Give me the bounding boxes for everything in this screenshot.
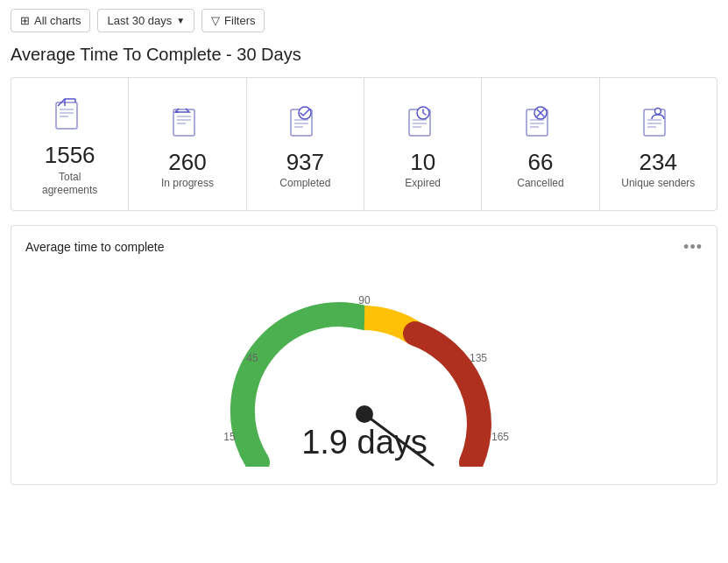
- all-charts-label: All charts: [34, 14, 81, 27]
- page-title: Average Time To Complete - 30 Days: [11, 45, 717, 65]
- chart-icon: ⊞: [20, 14, 30, 27]
- gauge-menu-button[interactable]: •••: [683, 238, 703, 257]
- svg-rect-5: [173, 109, 194, 136]
- filters-label: Filters: [224, 14, 255, 27]
- unique-senders-label: Unique senders: [621, 177, 695, 191]
- total-agreements-number: 1556: [45, 143, 95, 168]
- send-icon: [49, 94, 91, 136]
- stat-card-total-agreements: 1556 Totalagreements: [11, 78, 129, 210]
- date-range-button[interactable]: Last 30 days ▼: [97, 9, 194, 32]
- tick-15: 15: [223, 431, 236, 443]
- gauge-value: 1.9 days: [301, 424, 428, 461]
- clock-icon: [402, 101, 444, 143]
- gauge-wrap: 90 45 135 15 165: [198, 265, 531, 467]
- gauge-header: Average time to complete •••: [25, 238, 703, 257]
- total-agreements-label: Totalagreements: [42, 171, 97, 198]
- gauge-svg: 90 45 135 15 165: [198, 265, 531, 467]
- chevron-down-icon: ▼: [176, 16, 185, 25]
- gauge-title: Average time to complete: [25, 240, 165, 254]
- expired-label: Expired: [405, 177, 441, 191]
- tick-45: 45: [246, 352, 258, 364]
- stat-card-in-progress: 260 In progress: [129, 78, 246, 210]
- svg-rect-0: [56, 102, 77, 129]
- filters-button[interactable]: ▽ Filters: [201, 9, 265, 32]
- filter-icon: ▽: [211, 14, 220, 27]
- tick-165: 165: [491, 431, 508, 443]
- stat-card-expired: 10 Expired: [364, 78, 482, 210]
- arrows-icon: [166, 101, 209, 143]
- top-bar: ⊞ All charts Last 30 days ▼ ▽ Filters: [11, 9, 717, 32]
- person-icon: [637, 101, 679, 143]
- tick-135: 135: [469, 352, 486, 364]
- cancelled-number: 66: [528, 150, 554, 175]
- stat-card-completed: 937 Completed: [247, 78, 364, 210]
- check-icon: [284, 101, 326, 143]
- tick-90: 90: [358, 294, 371, 306]
- x-icon: [519, 101, 562, 143]
- gauge-container: 90 45 135 15 165: [25, 257, 703, 467]
- in-progress-label: In progress: [161, 177, 214, 191]
- cancelled-label: Cancelled: [517, 177, 563, 191]
- svg-rect-24: [644, 109, 665, 136]
- date-range-label: Last 30 days: [107, 14, 172, 27]
- svg-point-28: [655, 108, 661, 114]
- in-progress-number: 260: [168, 150, 206, 175]
- expired-number: 10: [410, 150, 435, 175]
- stat-card-unique-senders: 234 Unique senders: [600, 78, 717, 210]
- stats-row: 1556 Totalagreements 260 In progress: [11, 77, 717, 211]
- stat-card-cancelled: 66 Cancelled: [482, 78, 599, 210]
- gauge-panel: Average time to complete ••• 90: [11, 225, 717, 485]
- all-charts-button[interactable]: ⊞ All charts: [11, 9, 90, 32]
- completed-label: Completed: [279, 177, 330, 191]
- unique-senders-number: 234: [640, 150, 677, 175]
- completed-number: 937: [286, 150, 324, 175]
